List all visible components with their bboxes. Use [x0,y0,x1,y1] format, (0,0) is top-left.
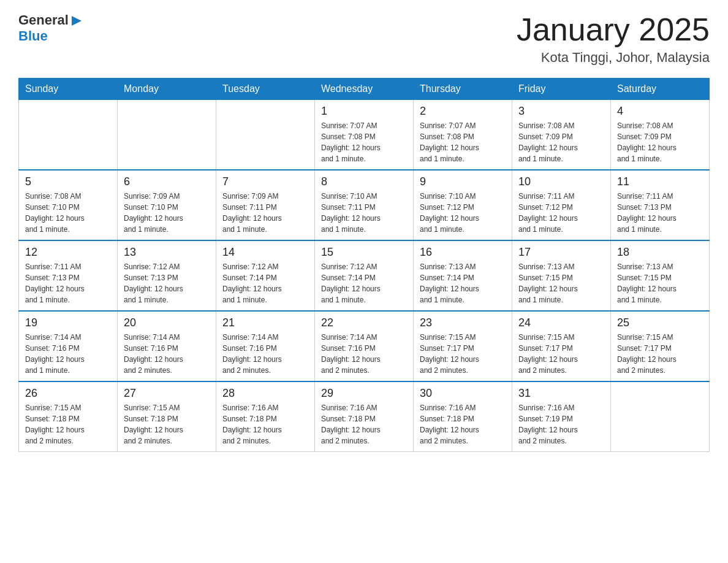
day-info: Sunrise: 7:12 AM Sunset: 7:13 PM Dayligh… [124,261,210,305]
calendar-cell [216,100,315,170]
week-row-2: 5Sunrise: 7:08 AM Sunset: 7:10 PM Daylig… [19,170,710,240]
day-info: Sunrise: 7:14 AM Sunset: 7:16 PM Dayligh… [321,332,407,376]
calendar-cell: 18Sunrise: 7:13 AM Sunset: 7:15 PM Dayli… [611,240,710,311]
calendar-cell: 22Sunrise: 7:14 AM Sunset: 7:16 PM Dayli… [315,311,414,381]
calendar-body: 1Sunrise: 7:07 AM Sunset: 7:08 PM Daylig… [19,100,710,452]
calendar-cell [118,100,216,170]
calendar-cell: 1Sunrise: 7:07 AM Sunset: 7:08 PM Daylig… [315,100,414,170]
calendar-cell: 26Sunrise: 7:15 AM Sunset: 7:18 PM Dayli… [19,381,118,452]
col-wednesday: Wednesday [315,79,414,100]
day-number: 5 [25,175,111,188]
day-number: 1 [321,105,407,118]
calendar-cell: 7Sunrise: 7:09 AM Sunset: 7:11 PM Daylig… [216,170,315,240]
calendar-cell: 15Sunrise: 7:12 AM Sunset: 7:14 PM Dayli… [315,240,414,311]
day-number: 4 [617,105,703,118]
day-number: 13 [124,246,210,259]
calendar-cell: 16Sunrise: 7:13 AM Sunset: 7:14 PM Dayli… [414,240,512,311]
logo-blue-text: Blue [18,28,48,44]
logo-icon: General Blue [18,12,83,44]
day-info: Sunrise: 7:13 AM Sunset: 7:15 PM Dayligh… [617,261,703,305]
week-row-5: 26Sunrise: 7:15 AM Sunset: 7:18 PM Dayli… [19,381,710,452]
calendar-cell: 6Sunrise: 7:09 AM Sunset: 7:10 PM Daylig… [118,170,216,240]
calendar-cell: 28Sunrise: 7:16 AM Sunset: 7:18 PM Dayli… [216,381,315,452]
calendar-cell: 21Sunrise: 7:14 AM Sunset: 7:16 PM Dayli… [216,311,315,381]
day-number: 6 [124,175,210,188]
calendar-cell: 31Sunrise: 7:16 AM Sunset: 7:19 PM Dayli… [512,381,611,452]
day-number: 20 [124,316,210,329]
calendar-cell: 30Sunrise: 7:16 AM Sunset: 7:18 PM Dayli… [414,381,512,452]
calendar-cell [611,381,710,452]
day-number: 2 [420,105,506,118]
week-row-1: 1Sunrise: 7:07 AM Sunset: 7:08 PM Daylig… [19,100,710,170]
day-info: Sunrise: 7:15 AM Sunset: 7:17 PM Dayligh… [518,332,604,376]
day-number: 9 [420,175,506,188]
day-number: 21 [222,316,308,329]
day-number: 18 [617,246,703,259]
day-number: 24 [518,316,604,329]
calendar-cell: 19Sunrise: 7:14 AM Sunset: 7:16 PM Dayli… [19,311,118,381]
calendar-cell [19,100,118,170]
calendar-cell: 2Sunrise: 7:07 AM Sunset: 7:08 PM Daylig… [414,100,512,170]
day-number: 30 [420,387,506,400]
page-header: General Blue January 2025 Kota Tinggi, J… [18,12,710,66]
day-number: 8 [321,175,407,188]
col-sunday: Sunday [19,79,118,100]
day-info: Sunrise: 7:15 AM Sunset: 7:17 PM Dayligh… [420,332,506,376]
logo-flag-icon [70,16,83,28]
day-number: 28 [222,387,308,400]
col-saturday: Saturday [611,79,710,100]
day-info: Sunrise: 7:09 AM Sunset: 7:11 PM Dayligh… [222,191,308,235]
calendar-cell: 23Sunrise: 7:15 AM Sunset: 7:17 PM Dayli… [414,311,512,381]
day-info: Sunrise: 7:11 AM Sunset: 7:13 PM Dayligh… [617,191,703,235]
day-number: 29 [321,387,407,400]
calendar-cell: 11Sunrise: 7:11 AM Sunset: 7:13 PM Dayli… [611,170,710,240]
day-info: Sunrise: 7:14 AM Sunset: 7:16 PM Dayligh… [124,332,210,376]
day-info: Sunrise: 7:14 AM Sunset: 7:16 PM Dayligh… [222,332,308,376]
day-number: 15 [321,246,407,259]
title-block: January 2025 Kota Tinggi, Johor, Malaysi… [517,12,710,66]
day-number: 17 [518,246,604,259]
day-number: 7 [222,175,308,188]
calendar-cell: 12Sunrise: 7:11 AM Sunset: 7:13 PM Dayli… [19,240,118,311]
col-tuesday: Tuesday [216,79,315,100]
calendar-cell: 14Sunrise: 7:12 AM Sunset: 7:14 PM Dayli… [216,240,315,311]
calendar-cell: 8Sunrise: 7:10 AM Sunset: 7:11 PM Daylig… [315,170,414,240]
day-number: 16 [420,246,506,259]
day-number: 25 [617,316,703,329]
day-number: 23 [420,316,506,329]
day-info: Sunrise: 7:14 AM Sunset: 7:16 PM Dayligh… [25,332,111,376]
calendar-cell: 5Sunrise: 7:08 AM Sunset: 7:10 PM Daylig… [19,170,118,240]
logo: General Blue [18,12,83,44]
day-number: 27 [124,387,210,400]
calendar-cell: 13Sunrise: 7:12 AM Sunset: 7:13 PM Dayli… [118,240,216,311]
day-number: 3 [518,105,604,118]
calendar-cell: 29Sunrise: 7:16 AM Sunset: 7:18 PM Dayli… [315,381,414,452]
day-number: 31 [518,387,604,400]
day-info: Sunrise: 7:11 AM Sunset: 7:13 PM Dayligh… [25,261,111,305]
calendar-cell: 17Sunrise: 7:13 AM Sunset: 7:15 PM Dayli… [512,240,611,311]
day-info: Sunrise: 7:16 AM Sunset: 7:18 PM Dayligh… [420,402,506,446]
day-info: Sunrise: 7:12 AM Sunset: 7:14 PM Dayligh… [222,261,308,305]
calendar-header: Sunday Monday Tuesday Wednesday Thursday… [19,79,710,100]
day-info: Sunrise: 7:16 AM Sunset: 7:19 PM Dayligh… [518,402,604,446]
day-number: 19 [25,316,111,329]
col-monday: Monday [118,79,216,100]
calendar-cell: 24Sunrise: 7:15 AM Sunset: 7:17 PM Dayli… [512,311,611,381]
day-number: 12 [25,246,111,259]
day-number: 11 [617,175,703,188]
calendar-cell: 3Sunrise: 7:08 AM Sunset: 7:09 PM Daylig… [512,100,611,170]
day-info: Sunrise: 7:13 AM Sunset: 7:15 PM Dayligh… [518,261,604,305]
calendar-cell: 10Sunrise: 7:11 AM Sunset: 7:12 PM Dayli… [512,170,611,240]
day-info: Sunrise: 7:08 AM Sunset: 7:09 PM Dayligh… [518,120,604,164]
day-info: Sunrise: 7:13 AM Sunset: 7:14 PM Dayligh… [420,261,506,305]
calendar-table: Sunday Monday Tuesday Wednesday Thursday… [18,78,710,452]
day-info: Sunrise: 7:16 AM Sunset: 7:18 PM Dayligh… [222,402,308,446]
day-info: Sunrise: 7:07 AM Sunset: 7:08 PM Dayligh… [321,120,407,164]
day-info: Sunrise: 7:09 AM Sunset: 7:10 PM Dayligh… [124,191,210,235]
day-number: 26 [25,387,111,400]
day-number: 14 [222,246,308,259]
calendar-cell: 4Sunrise: 7:08 AM Sunset: 7:09 PM Daylig… [611,100,710,170]
svg-marker-0 [72,16,82,26]
calendar-cell: 20Sunrise: 7:14 AM Sunset: 7:16 PM Dayli… [118,311,216,381]
col-friday: Friday [512,79,611,100]
